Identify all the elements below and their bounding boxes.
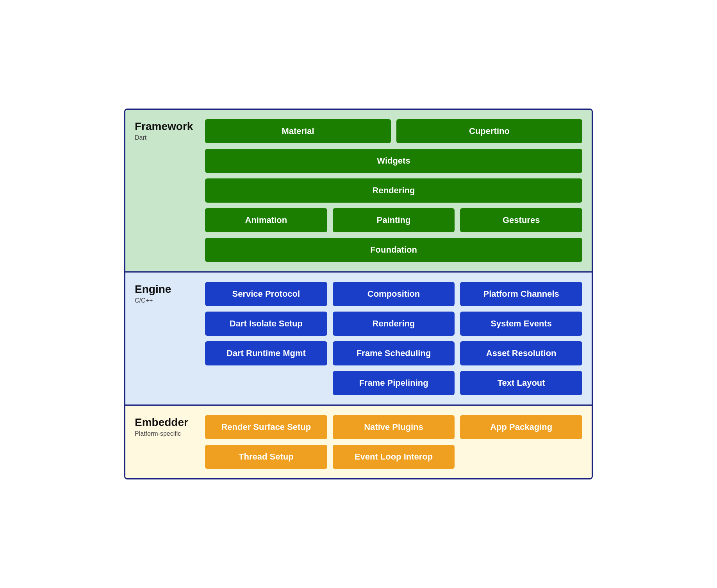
chip-gestures: Gestures xyxy=(460,208,582,232)
engine-row-2: Dart Isolate Setup Rendering System Even… xyxy=(205,312,582,336)
chip-render-surface: Render Surface Setup xyxy=(205,415,327,439)
engine-title: Engine xyxy=(135,283,197,296)
chip-native-plugins: Native Plugins xyxy=(333,415,455,439)
engine-row-1: Service Protocol Composition Platform Ch… xyxy=(205,282,582,306)
chip-event-loop: Event Loop Interop xyxy=(333,445,455,469)
chip-foundation: Foundation xyxy=(205,238,582,262)
chip-painting: Painting xyxy=(333,208,455,232)
engine-row-4: Frame Pipelining Text Layout xyxy=(205,371,582,395)
embedder-label: Embedder Platform-specific xyxy=(135,415,197,469)
framework-row-5: Foundation xyxy=(205,238,582,262)
chip-text-layout: Text Layout xyxy=(460,371,582,395)
chip-material: Material xyxy=(205,119,391,143)
framework-title: Framework xyxy=(135,121,197,133)
chip-animation: Animation xyxy=(205,208,327,232)
flutter-architecture-diagram: Framework Dart Material Cupertino Widget… xyxy=(124,109,593,479)
embedder-row-1: Render Surface Setup Native Plugins App … xyxy=(205,415,582,439)
chip-widgets: Widgets xyxy=(205,149,582,173)
chip-empty xyxy=(205,371,327,395)
engine-content: Service Protocol Composition Platform Ch… xyxy=(205,282,582,395)
chip-frame-scheduling: Frame Scheduling xyxy=(333,341,455,365)
framework-content: Material Cupertino Widgets Rendering Ani… xyxy=(205,119,582,262)
chip-platform-channels: Platform Channels xyxy=(460,282,582,306)
framework-row-3: Rendering xyxy=(205,178,582,203)
engine-row-3: Dart Runtime Mgmt Frame Scheduling Asset… xyxy=(205,341,582,365)
chip-rendering-eng: Rendering xyxy=(333,312,455,336)
chip-composition: Composition xyxy=(333,282,455,306)
framework-row-4: Animation Painting Gestures xyxy=(205,208,582,232)
chip-service-protocol: Service Protocol xyxy=(205,282,327,306)
framework-layer: Framework Dart Material Cupertino Widget… xyxy=(125,110,592,273)
chip-thread-setup: Thread Setup xyxy=(205,445,327,469)
framework-label: Framework Dart xyxy=(135,119,197,262)
chip-system-events: System Events xyxy=(460,312,582,336)
engine-label: Engine C/C++ xyxy=(135,282,197,395)
chip-frame-pipelining: Frame Pipelining xyxy=(333,371,455,395)
engine-layer: Engine C/C++ Service Protocol Compositio… xyxy=(125,273,592,406)
embedder-subtitle: Platform-specific xyxy=(135,430,197,437)
engine-subtitle: C/C++ xyxy=(135,297,197,304)
chip-rendering-fw: Rendering xyxy=(205,178,582,203)
framework-subtitle: Dart xyxy=(135,134,197,141)
embedder-content: Render Surface Setup Native Plugins App … xyxy=(205,415,582,469)
chip-dart-isolate: Dart Isolate Setup xyxy=(205,312,327,336)
chip-app-packaging: App Packaging xyxy=(460,415,582,439)
chip-cupertino: Cupertino xyxy=(396,119,582,143)
embedder-layer: Embedder Platform-specific Render Surfac… xyxy=(125,406,592,478)
chip-dart-runtime: Dart Runtime Mgmt xyxy=(205,341,327,365)
embedder-title: Embedder xyxy=(135,417,197,429)
chip-asset-resolution: Asset Resolution xyxy=(460,341,582,365)
framework-row-1: Material Cupertino xyxy=(205,119,582,143)
framework-row-2: Widgets xyxy=(205,149,582,173)
chip-empty-2 xyxy=(460,445,582,469)
embedder-row-2: Thread Setup Event Loop Interop xyxy=(205,445,582,469)
